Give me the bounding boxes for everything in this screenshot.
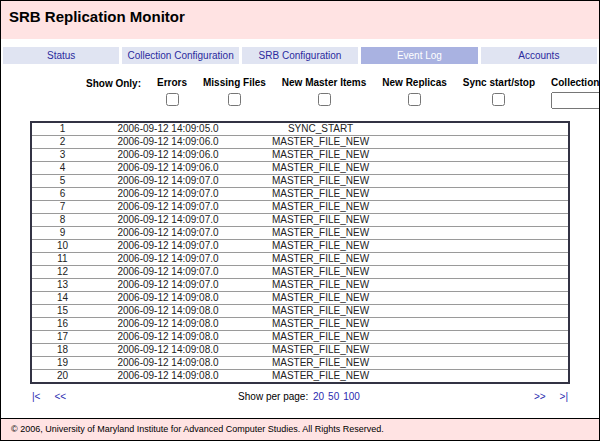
- row-number-cell: 6: [31, 188, 93, 201]
- table-row: 202006-09-12 14:09:08.0MASTER_FILE_NEW: [31, 370, 569, 384]
- app-header: SRB Replication Monitor: [1, 1, 599, 39]
- empty-cell: [398, 188, 569, 201]
- event-type-cell: MASTER_FILE_NEW: [243, 292, 398, 305]
- row-number-cell: 11: [31, 253, 93, 266]
- timestamp-cell: 2006-09-12 14:09:07.0: [93, 279, 243, 292]
- event-type-cell: MASTER_FILE_NEW: [243, 331, 398, 344]
- table-row: 122006-09-12 14:09:07.0MASTER_FILE_NEW: [31, 266, 569, 279]
- row-number-cell: 12: [31, 266, 93, 279]
- table-row: 52006-09-12 14:09:07.0MASTER_FILE_NEW: [31, 175, 569, 188]
- per-page-option-100[interactable]: 100: [343, 391, 360, 402]
- event-type-cell: MASTER_FILE_NEW: [243, 162, 398, 175]
- empty-cell: [398, 214, 569, 227]
- filter-errors: Errors: [157, 77, 187, 106]
- row-number-cell: 15: [31, 305, 93, 318]
- event-type-cell: MASTER_FILE_NEW: [243, 201, 398, 214]
- app-footer: © 2006, University of Maryland Institute…: [1, 418, 599, 440]
- filter-label: Errors: [157, 77, 187, 88]
- page-title: SRB Replication Monitor: [9, 8, 599, 25]
- empty-cell: [398, 344, 569, 357]
- last-page-link[interactable]: >|: [560, 391, 568, 402]
- filter-checkbox-group: ErrorsMissing FilesNew Master ItemsNew R…: [157, 77, 535, 106]
- event-log-table-wrap: 12006-09-12 14:09:05.0SYNC_START22006-09…: [30, 121, 570, 384]
- timestamp-cell: 2006-09-12 14:09:07.0: [93, 214, 243, 227]
- per-page-label: Show per page:: [238, 391, 308, 402]
- row-number-cell: 13: [31, 279, 93, 292]
- filter-checkbox-sync-start-stop[interactable]: [492, 93, 505, 106]
- event-log-table: 12006-09-12 14:09:05.0SYNC_START22006-09…: [30, 121, 570, 384]
- table-row: 62006-09-12 14:09:07.0MASTER_FILE_NEW: [31, 188, 569, 201]
- empty-cell: [398, 149, 569, 162]
- table-row: 12006-09-12 14:09:05.0SYNC_START: [31, 122, 569, 136]
- row-number-cell: 9: [31, 227, 93, 240]
- tab-status[interactable]: Status: [3, 47, 119, 64]
- pagination-right: >> >|: [532, 391, 570, 402]
- table-row: 152006-09-12 14:09:08.0MASTER_FILE_NEW: [31, 305, 569, 318]
- filter-label: Sync start/stop: [463, 77, 535, 88]
- event-type-cell: MASTER_FILE_NEW: [243, 370, 398, 384]
- empty-cell: [398, 136, 569, 149]
- timestamp-cell: 2006-09-12 14:09:07.0: [93, 201, 243, 214]
- filter-new-master-items: New Master Items: [282, 77, 366, 106]
- table-row: 142006-09-12 14:09:08.0MASTER_FILE_NEW: [31, 292, 569, 305]
- tab-bar: StatusCollection ConfigurationSRB Config…: [1, 47, 599, 64]
- empty-cell: [398, 227, 569, 240]
- tab-srb-configuration[interactable]: SRB Configuration: [242, 47, 358, 64]
- row-number-cell: 16: [31, 318, 93, 331]
- event-type-cell: MASTER_FILE_NEW: [243, 227, 398, 240]
- table-row: 112006-09-12 14:09:07.0MASTER_FILE_NEW: [31, 253, 569, 266]
- event-type-cell: MASTER_FILE_NEW: [243, 318, 398, 331]
- timestamp-cell: 2006-09-12 14:09:07.0: [93, 240, 243, 253]
- empty-cell: [398, 162, 569, 175]
- filter-label: New Master Items: [282, 77, 366, 88]
- timestamp-cell: 2006-09-12 14:09:06.0: [93, 149, 243, 162]
- timestamp-cell: 2006-09-12 14:09:07.0: [93, 227, 243, 240]
- prev-page-link[interactable]: <<: [54, 391, 66, 402]
- pagination-left: |< <<: [30, 391, 68, 402]
- filter-checkbox-errors[interactable]: [166, 93, 179, 106]
- empty-cell: [398, 122, 569, 136]
- collections-label: Collections: [551, 77, 600, 88]
- filter-label: Missing Files: [203, 77, 266, 88]
- event-type-cell: MASTER_FILE_NEW: [243, 279, 398, 292]
- first-page-link[interactable]: |<: [32, 391, 40, 402]
- timestamp-cell: 2006-09-12 14:09:06.0: [93, 162, 243, 175]
- empty-cell: [398, 370, 569, 384]
- per-page-option-50[interactable]: 50: [328, 391, 339, 402]
- per-page-options: 2050100: [311, 391, 362, 402]
- collections-select[interactable]: [551, 92, 600, 109]
- filter-checkbox-new-master-items[interactable]: [318, 93, 331, 106]
- row-number-cell: 20: [31, 370, 93, 384]
- filter-new-replicas: New Replicas: [382, 77, 446, 106]
- event-type-cell: MASTER_FILE_NEW: [243, 305, 398, 318]
- next-page-link[interactable]: >>: [534, 391, 546, 402]
- row-number-cell: 19: [31, 357, 93, 370]
- timestamp-cell: 2006-09-12 14:09:07.0: [93, 188, 243, 201]
- filter-missing-files: Missing Files: [203, 77, 266, 106]
- row-number-cell: 8: [31, 214, 93, 227]
- per-page-option-20[interactable]: 20: [313, 391, 324, 402]
- tab-event-log[interactable]: Event Log: [361, 47, 477, 64]
- event-type-cell: MASTER_FILE_NEW: [243, 188, 398, 201]
- filter-label: New Replicas: [382, 77, 446, 88]
- table-row: 192006-09-12 14:09:08.0MASTER_FILE_NEW: [31, 357, 569, 370]
- filter-checkbox-missing-files[interactable]: [228, 93, 241, 106]
- empty-cell: [398, 279, 569, 292]
- pagination-center: Show per page: 2050100: [68, 391, 532, 402]
- tab-accounts[interactable]: Accounts: [481, 47, 597, 64]
- table-row: 92006-09-12 14:09:07.0MASTER_FILE_NEW: [31, 227, 569, 240]
- event-type-cell: MASTER_FILE_NEW: [243, 357, 398, 370]
- tab-collection-configuration[interactable]: Collection Configuration: [122, 47, 238, 64]
- event-type-cell: MASTER_FILE_NEW: [243, 266, 398, 279]
- filter-checkbox-new-replicas[interactable]: [408, 93, 421, 106]
- event-type-cell: MASTER_FILE_NEW: [243, 240, 398, 253]
- row-number-cell: 1: [31, 122, 93, 136]
- event-type-cell: MASTER_FILE_NEW: [243, 344, 398, 357]
- table-row: 102006-09-12 14:09:07.0MASTER_FILE_NEW: [31, 240, 569, 253]
- empty-cell: [398, 240, 569, 253]
- timestamp-cell: 2006-09-12 14:09:08.0: [93, 292, 243, 305]
- empty-cell: [398, 318, 569, 331]
- table-row: 72006-09-12 14:09:07.0MASTER_FILE_NEW: [31, 201, 569, 214]
- timestamp-cell: 2006-09-12 14:09:07.0: [93, 253, 243, 266]
- row-number-cell: 5: [31, 175, 93, 188]
